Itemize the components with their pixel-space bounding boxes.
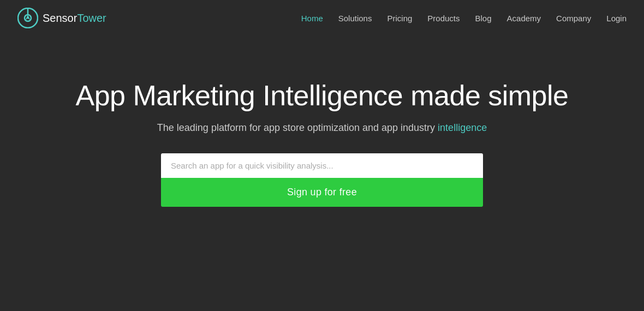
nav-login[interactable]: Login: [606, 14, 627, 23]
nav-company[interactable]: Company: [556, 14, 591, 23]
hero-subtitle-highlight: intelligence: [438, 122, 487, 133]
hero-title: App Marketing Intelligence made simple: [75, 80, 568, 112]
search-input[interactable]: [161, 153, 483, 178]
logo-icon: [17, 8, 38, 28]
nav-academy[interactable]: Academy: [507, 14, 541, 23]
hero-section: App Marketing Intelligence made simple T…: [0, 36, 644, 207]
logo-text: SensorTower: [43, 12, 106, 25]
search-form: Sign up for free: [161, 153, 483, 207]
nav-solutions[interactable]: Solutions: [338, 14, 372, 23]
signup-button[interactable]: Sign up for free: [161, 178, 483, 207]
nav-pricing[interactable]: Pricing: [387, 14, 412, 23]
nav-blog[interactable]: Blog: [475, 14, 492, 23]
nav-home[interactable]: Home: [301, 14, 323, 23]
logo[interactable]: SensorTower: [17, 8, 106, 28]
hero-subtitle-text: The leading platform for app store optim…: [157, 122, 438, 133]
header: SensorTower Home Solutions Pricing Produ…: [0, 0, 644, 36]
main-nav: Home Solutions Pricing Products Blog Aca…: [301, 14, 627, 23]
hero-subtitle: The leading platform for app store optim…: [157, 122, 487, 134]
nav-products[interactable]: Products: [427, 14, 460, 23]
